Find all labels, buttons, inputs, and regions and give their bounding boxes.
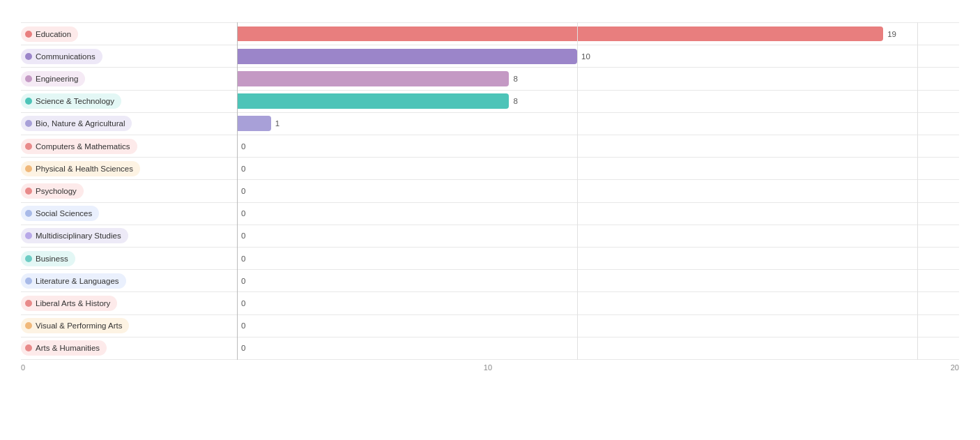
bar-row: Literature & Languages0 <box>21 270 959 292</box>
bar-label: Communications <box>36 52 95 61</box>
bar-label: Arts & Humanities <box>36 344 100 352</box>
bar-row: Science & Technology8 <box>21 91 959 113</box>
bar-label-pill: Business <box>21 251 75 266</box>
bar-label-container: Liberal Arts & History <box>21 292 237 314</box>
bar-row: Business0 <box>21 248 959 270</box>
bar-track: 0 <box>237 315 959 337</box>
bar-track: 0 <box>237 337 959 359</box>
bar-label-pill: Bio, Nature & Agricultural <box>21 116 132 131</box>
bar-label-container: Bio, Nature & Agricultural <box>21 113 237 135</box>
bar-label-pill: Science & Technology <box>21 93 121 109</box>
bar-row: Visual & Performing Arts0 <box>21 315 959 337</box>
bar-label: Business <box>36 255 68 263</box>
bar-label-container: Psychology <box>21 180 237 202</box>
x-axis-label: 10 <box>484 363 492 372</box>
pill-dot-icon <box>25 210 32 217</box>
chart-area: Education19Communications10Engineering8S… <box>21 22 959 372</box>
bar-label-pill: Engineering <box>21 71 85 86</box>
bar-track: 0 <box>237 270 959 291</box>
bar-track: 0 <box>237 180 959 202</box>
bar-value-label: 0 <box>241 277 245 285</box>
bar-fill <box>237 26 883 42</box>
bar-row: Communications10 <box>21 45 959 68</box>
bar-track: 10 <box>237 45 959 67</box>
bar-row: Liberal Arts & History0 <box>21 292 959 314</box>
bar-label-container: Literature & Languages <box>21 270 237 291</box>
bar-value-label: 0 <box>241 142 245 151</box>
bar-value-label: 19 <box>887 30 896 38</box>
bar-value-label: 0 <box>241 187 245 195</box>
bar-value-label: 0 <box>241 344 245 352</box>
x-axis-label: 20 <box>951 363 959 372</box>
pill-dot-icon <box>25 75 32 82</box>
bar-row: Physical & Health Sciences0 <box>21 158 959 180</box>
bar-row: Engineering8 <box>21 68 959 90</box>
bar-label-container: Education <box>21 23 237 45</box>
bar-label-container: Arts & Humanities <box>21 337 237 359</box>
bar-label: Liberal Arts & History <box>36 299 110 308</box>
bar-label-pill: Liberal Arts & History <box>21 296 117 311</box>
bar-label-pill: Arts & Humanities <box>21 340 107 356</box>
pill-dot-icon <box>25 53 32 60</box>
bar-track: 8 <box>237 68 959 89</box>
bar-label-container: Physical & Health Sciences <box>21 158 237 179</box>
bar-value-label: 10 <box>581 52 590 61</box>
bar-label: Bio, Nature & Agricultural <box>36 119 125 128</box>
bar-label-pill: Physical & Health Sciences <box>21 161 140 176</box>
bar-value-label: 0 <box>241 165 245 173</box>
bar-fill <box>237 93 509 109</box>
bar-label: Physical & Health Sciences <box>36 165 133 173</box>
pill-dot-icon <box>25 232 32 239</box>
bar-value-label: 0 <box>241 321 245 330</box>
bar-track: 0 <box>237 203 959 225</box>
bar-label-container: Computers & Mathematics <box>21 135 237 157</box>
bar-row: Psychology0 <box>21 180 959 202</box>
bar-label-pill: Computers & Mathematics <box>21 139 137 154</box>
bar-value-label: 8 <box>513 97 517 105</box>
bar-label-container: Science & Technology <box>21 91 237 112</box>
bar-value-label: 1 <box>275 119 280 128</box>
bar-row: Arts & Humanities0 <box>21 337 959 360</box>
bar-label: Engineering <box>36 75 78 83</box>
bar-track: 0 <box>237 135 959 157</box>
bar-track: 0 <box>237 225 959 247</box>
bar-label-pill: Social Sciences <box>21 206 99 221</box>
bar-label: Psychology <box>36 187 77 195</box>
pill-dot-icon <box>25 344 32 351</box>
bar-value-label: 0 <box>241 299 245 308</box>
bar-row: Computers & Mathematics0 <box>21 135 959 158</box>
bar-label: Visual & Performing Arts <box>36 321 122 330</box>
pill-dot-icon <box>25 31 32 38</box>
pill-dot-icon <box>25 278 32 285</box>
pill-dot-icon <box>25 143 32 150</box>
bar-value-label: 0 <box>241 255 245 263</box>
bar-track: 8 <box>237 91 959 112</box>
bar-value-label: 0 <box>241 209 245 218</box>
bar-label-container: Engineering <box>21 68 237 89</box>
chart-container: Education19Communications10Engineering8S… <box>0 0 980 440</box>
bar-fill <box>237 116 271 131</box>
bar-label-container: Communications <box>21 45 237 67</box>
bars-section: Education19Communications10Engineering8S… <box>21 22 959 360</box>
pill-dot-icon <box>25 300 32 307</box>
bar-label-container: Multidisciplinary Studies <box>21 225 237 247</box>
bar-label: Social Sciences <box>36 209 92 218</box>
bar-label-pill: Literature & Languages <box>21 273 126 289</box>
bar-row: Multidisciplinary Studies0 <box>21 225 959 248</box>
bar-track: 0 <box>237 158 959 179</box>
bar-track: 0 <box>237 292 959 314</box>
bar-label-container: Social Sciences <box>21 203 237 225</box>
bar-label-pill: Multidisciplinary Studies <box>21 228 128 243</box>
x-axis: 01020 <box>21 360 959 372</box>
bar-track: 1 <box>237 113 959 135</box>
pill-dot-icon <box>25 98 32 105</box>
pill-dot-icon <box>25 255 32 262</box>
bar-label-container: Visual & Performing Arts <box>21 315 237 337</box>
bar-label: Science & Technology <box>36 97 114 105</box>
pill-dot-icon <box>25 322 32 329</box>
bar-label-pill: Visual & Performing Arts <box>21 318 129 333</box>
bar-label: Computers & Mathematics <box>36 142 130 151</box>
bar-label: Education <box>36 30 71 38</box>
pill-dot-icon <box>25 188 32 195</box>
bar-label-pill: Education <box>21 26 78 42</box>
